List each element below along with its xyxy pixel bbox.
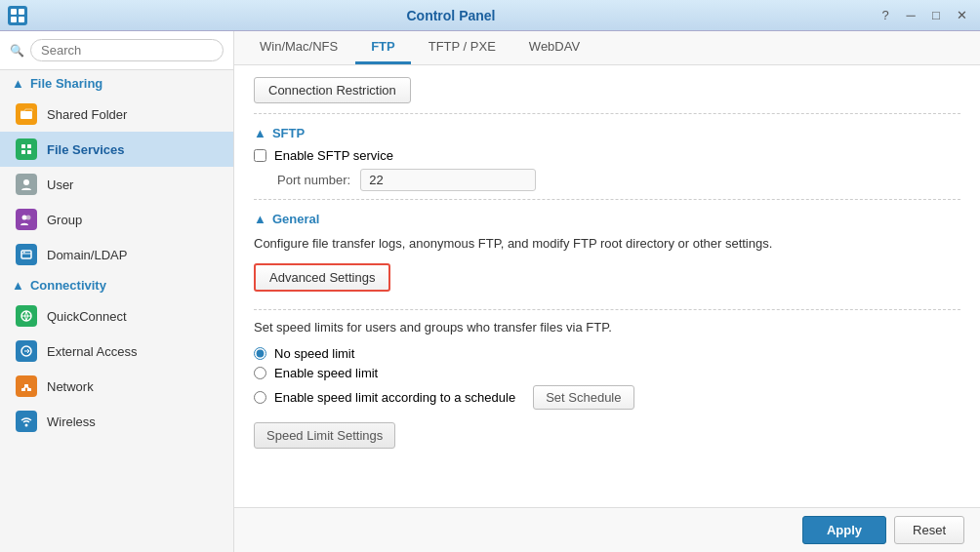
sidebar-item-shared-folder[interactable]: Shared Folder — [0, 97, 233, 132]
set-schedule-button[interactable]: Set Schedule — [533, 385, 633, 410]
svg-line-22 — [26, 387, 29, 388]
sidebar-item-label: Wireless — [47, 414, 96, 429]
radio-enable-speed-label: Enable speed limit — [274, 366, 378, 380]
svg-point-23 — [25, 424, 28, 427]
svg-rect-20 — [27, 388, 31, 391]
tab-tftp-pxe[interactable]: TFTP / PXE — [413, 31, 511, 64]
svg-point-9 — [23, 179, 29, 185]
speed-description: Set speed limits for users and groups wh… — [254, 318, 960, 337]
radio-schedule-speed[interactable] — [254, 391, 266, 404]
sftp-enable-row: Enable SFTP service — [254, 148, 960, 163]
content-area: Win/Mac/NFS FTP TFTP / PXE WebDAV Connec… — [234, 31, 980, 552]
sidebar-item-label: Shared Folder — [47, 107, 127, 122]
radio-no-speed-row: No speed limit — [254, 346, 960, 361]
sidebar-item-domain-ldap[interactable]: Domain/LDAP — [0, 237, 233, 272]
svg-rect-14 — [23, 252, 25, 254]
sidebar-item-label: File Services — [47, 142, 125, 157]
sidebar: 🔍 ▲ File Sharing Shared Folder — [0, 31, 234, 552]
tabs-bar: Win/Mac/NFS FTP TFTP / PXE WebDAV — [234, 31, 980, 65]
sidebar-item-label: External Access — [47, 344, 138, 359]
radio-enable-speed[interactable] — [254, 367, 266, 379]
apply-button[interactable]: Apply — [802, 516, 886, 544]
sftp-section-header[interactable]: ▲ SFTP — [254, 126, 960, 140]
svg-rect-8 — [27, 150, 31, 154]
wireless-icon — [16, 411, 37, 432]
footer: Apply Reset — [234, 507, 980, 552]
sftp-enable-checkbox[interactable] — [254, 149, 266, 162]
sidebar-item-label: Group — [47, 213, 82, 227]
svg-rect-0 — [11, 9, 17, 15]
sidebar-item-external-access[interactable]: External Access — [0, 334, 233, 369]
minimize-button[interactable]: ─ — [900, 5, 921, 26]
port-label: Port number: — [277, 173, 350, 187]
app-icon — [8, 6, 27, 25]
window-controls[interactable]: ? ─ □ ✕ — [875, 5, 972, 26]
sidebar-item-label: User — [47, 177, 73, 192]
close-button[interactable]: ✕ — [951, 5, 972, 26]
radio-enable-speed-row: Enable speed limit — [254, 366, 960, 380]
connection-restriction-row: Connection Restriction — [254, 77, 960, 103]
svg-rect-18 — [21, 388, 25, 391]
port-input[interactable] — [360, 169, 536, 191]
title-bar: Control Panel ? ─ □ ✕ — [0, 0, 980, 31]
sidebar-item-quickconnect[interactable]: QuickConnect — [0, 298, 233, 334]
svg-point-11 — [26, 216, 31, 220]
radio-schedule-speed-row: Enable speed limit according to a schedu… — [254, 385, 960, 410]
svg-rect-7 — [21, 150, 25, 154]
main-container: 🔍 ▲ File Sharing Shared Folder — [0, 31, 980, 552]
external-access-icon — [16, 340, 37, 362]
radio-no-speed-label: No speed limit — [274, 346, 354, 361]
sidebar-item-user[interactable]: User — [0, 167, 233, 202]
search-input[interactable] — [30, 39, 224, 61]
connection-restriction-button[interactable]: Connection Restriction — [254, 77, 411, 103]
speed-limit-settings-row: Speed Limit Settings — [254, 414, 960, 449]
sidebar-section-connectivity[interactable]: ▲ Connectivity — [0, 272, 233, 298]
title-bar-left — [8, 6, 27, 25]
services-icon — [16, 138, 37, 160]
sidebar-section-label: Connectivity — [30, 278, 106, 293]
sidebar-item-wireless[interactable]: Wireless — [0, 404, 233, 439]
chevron-up-icon: ▲ — [254, 126, 266, 140]
sidebar-item-file-services[interactable]: File Services — [0, 132, 233, 167]
panel-content: Connection Restriction ▲ SFTP Enable SFT… — [234, 65, 980, 507]
search-bar[interactable]: 🔍 — [0, 31, 233, 70]
chevron-up-icon: ▲ — [254, 212, 266, 226]
general-section-title: General — [272, 212, 319, 226]
help-button[interactable]: ? — [875, 5, 896, 26]
svg-rect-19 — [24, 384, 28, 387]
port-row: Port number: — [277, 169, 960, 191]
window-title: Control Panel — [27, 8, 875, 23]
general-section-header[interactable]: ▲ General — [254, 212, 960, 226]
sidebar-item-label: QuickConnect — [47, 309, 127, 324]
sidebar-item-label: Domain/LDAP — [47, 248, 127, 262]
svg-line-21 — [23, 387, 26, 388]
reset-button[interactable]: Reset — [894, 516, 964, 544]
radio-no-speed[interactable] — [254, 347, 266, 360]
group-icon — [16, 209, 37, 230]
chevron-up-icon: ▲ — [12, 278, 24, 293]
tab-ftp[interactable]: FTP — [355, 31, 411, 64]
sftp-enable-label: Enable SFTP service — [274, 148, 393, 163]
sidebar-section-label: File Sharing — [30, 76, 102, 91]
svg-rect-6 — [27, 144, 31, 148]
maximize-button[interactable]: □ — [925, 5, 947, 26]
network-icon — [16, 375, 37, 397]
svg-rect-1 — [19, 9, 24, 15]
tab-win-mac-nfs[interactable]: Win/Mac/NFS — [244, 31, 353, 64]
user-icon — [16, 174, 37, 195]
svg-rect-2 — [11, 17, 17, 22]
search-icon: 🔍 — [10, 44, 24, 58]
sidebar-section-file-sharing[interactable]: ▲ File Sharing — [0, 70, 233, 97]
svg-rect-3 — [19, 17, 24, 22]
sidebar-item-network[interactable]: Network — [0, 369, 233, 404]
tab-webdav[interactable]: WebDAV — [513, 31, 595, 64]
svg-rect-12 — [21, 251, 31, 258]
advanced-settings-button[interactable]: Advanced Settings — [254, 263, 390, 292]
folder-icon — [16, 103, 37, 125]
chevron-up-icon: ▲ — [12, 76, 24, 91]
speed-limit-settings-button[interactable]: Speed Limit Settings — [254, 422, 395, 449]
sidebar-item-group[interactable]: Group — [0, 202, 233, 237]
svg-rect-4 — [20, 111, 32, 119]
sidebar-item-label: Network — [47, 379, 94, 394]
radio-schedule-speed-label: Enable speed limit according to a schedu… — [274, 390, 515, 405]
